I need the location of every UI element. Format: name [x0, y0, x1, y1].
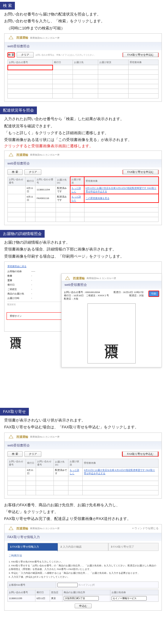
t: 配達状況等を確認できます。 — [4, 123, 162, 129]
note: お問い合わせ番号は、半角ハイフン(-)なしで入力してください。 — [35, 54, 96, 57]
th: お問い合わせ番号 — [8, 60, 53, 65]
step-1: 1 FAX取り寄せ情報入力 — [7, 543, 58, 551]
fax-number-input[interactable] — [57, 583, 78, 587]
t: FAX取り寄せを申込む場合は、「FAX取り寄せを申込む」をクリックします。 — [4, 424, 162, 430]
addr-input[interactable] — [64, 596, 99, 601]
step-3: 3 FAX取り寄せ完了 — [108, 543, 159, 551]
brand: 西濃運輸 — [16, 36, 28, 40]
page-title: web受領書照会 — [4, 42, 162, 50]
more-link[interactable]: もっと詳しく — [70, 469, 79, 475]
t: FAX取り寄せ申込み完了後、配達店より受領書画像がFAX送付されます。 — [4, 515, 162, 522]
clear-button[interactable]: クリア — [24, 451, 41, 457]
seino-logo-icon — [7, 435, 15, 439]
t: 「申込む」をクリックします。 — [4, 508, 162, 515]
close-link[interactable]: × ウィンドウを閉じる — [132, 527, 159, 530]
sec-detail-header: お届物の詳細情報照会 — [0, 230, 45, 238]
sec-search-header: 検 索 — [0, 2, 15, 10]
t: 受領書が表示されない送り状が表示されます。 — [4, 417, 162, 424]
th: 発行日 — [53, 60, 73, 65]
th: お届け先 — [73, 60, 98, 65]
clear-button[interactable]: クリア — [17, 52, 34, 58]
screenshot-fax-form: 西濃運輸商業物流No.1 カンガルー便× ウィンドウを閉じる FAX取り寄せ情報… — [4, 524, 162, 611]
view-image-link[interactable]: この受領書画像を見る — [86, 197, 109, 200]
th: お届け状況 — [98, 60, 128, 65]
back-link[interactable]: 受領書照会に戻る — [7, 265, 26, 268]
t: お客様のFAX番号、商品のお届け先住所、お届け先名称を入力し、 — [4, 502, 162, 508]
t: 受領書画像を印刷する場合は、「印刷用ページ」をクリックします。 — [4, 253, 162, 260]
search-button[interactable]: 検 索 — [7, 451, 23, 457]
t: 「もっと詳しく」をクリックすると詳細画面に遷移します。 — [4, 129, 162, 136]
t: 入力されたお問い合わせ番号から「検索」した結果が表示されます。 — [4, 115, 162, 122]
t: （同時に10件までの検索が可能） — [7, 25, 162, 32]
sec-result-header: 配達状況等を照会 — [0, 106, 37, 114]
t: お問い合わせ番号を入力し、「検索」をクリックします。 — [4, 18, 162, 24]
page-title: FAX取り寄せ情報入力 — [4, 533, 162, 541]
fax-request-button[interactable]: FAX取り寄せを申込む — [123, 170, 158, 174]
th: 受領書画像 — [128, 60, 158, 65]
print-button[interactable]: 印刷 — [148, 291, 159, 297]
step-2: 2 入力内容の確認 — [58, 543, 108, 551]
screenshot-result: 西濃運輸商業物流No.1 カンガルー便 web受領書照会 検 索 クリア FAX… — [4, 151, 162, 225]
note: クリックすると受領書画像表示画面に遷移します。 — [0, 143, 166, 149]
usage-h: ご利用方法 — [4, 553, 162, 559]
status-link[interactable]: 6月11日にお届け支店を出発 6月11日の指定配達希望です FAX取り寄せ申込を… — [86, 187, 156, 193]
t: 受領書画像がある場合、詳細情報の下部に画像が表示されます。 — [4, 246, 162, 253]
desc: お問い合わせ番号から届け物の配達状況を照会します。 お問い合わせ番号を入力し、「… — [0, 11, 166, 32]
input-cell[interactable] — [8, 65, 53, 70]
page-title: web受領書照会 — [4, 159, 162, 167]
fax-request-button[interactable]: FAX取り寄せを申込む — [123, 452, 158, 456]
more-link[interactable]: もっと詳しく — [71, 195, 81, 201]
t: 受領書画像がある送り状には「この受領書画像を見る」が表示されます。 — [4, 136, 162, 143]
screenshot-fax-list: 西濃運輸商業物流No.1 カンガルー便 web受領書照会 検 索 クリア FAX… — [4, 433, 162, 499]
sec-fax-header: FAX取り寄せ — [0, 408, 29, 416]
seino-logo-icon — [7, 153, 15, 157]
tag: 商業物流No.1 カンガルー便 — [30, 36, 59, 40]
screenshot-search: 西濃運輸 商業物流No.1 カンガルー便 web受領書照会 検 索 クリア お問… — [4, 33, 162, 102]
apply-button[interactable]: 申込む — [75, 604, 92, 608]
more-link[interactable]: もっと詳しく — [71, 187, 81, 193]
seino-logo-icon — [64, 276, 71, 281]
seino-logo-icon — [7, 526, 15, 531]
fax-request-button[interactable]: FAX取り寄せを申込む — [123, 52, 158, 57]
t: お届け物の詳細情報が表示されます。 — [4, 239, 162, 246]
print-overlay: 西濃運輸商業物流No.1 カンガルー便 web受領書照会 お問い合わせ番号：83… — [61, 273, 162, 367]
status-link[interactable]: 6月11日にお届け支店を出発 6月11日の指定配達希望です FAX取り寄せ申込を… — [84, 469, 155, 475]
status-col: お届け状況 — [70, 177, 84, 185]
clear-button[interactable]: クリア — [24, 169, 41, 175]
seino-logo-icon — [7, 35, 15, 40]
name-input[interactable] — [112, 596, 147, 601]
t: お問い合わせ番号から届け物の配達状況を照会します。 — [4, 11, 162, 18]
image-col: 受領書画像 — [84, 177, 158, 185]
search-button[interactable]: 検 索 — [7, 169, 23, 175]
search-button[interactable]: 検 索 — [7, 52, 15, 57]
